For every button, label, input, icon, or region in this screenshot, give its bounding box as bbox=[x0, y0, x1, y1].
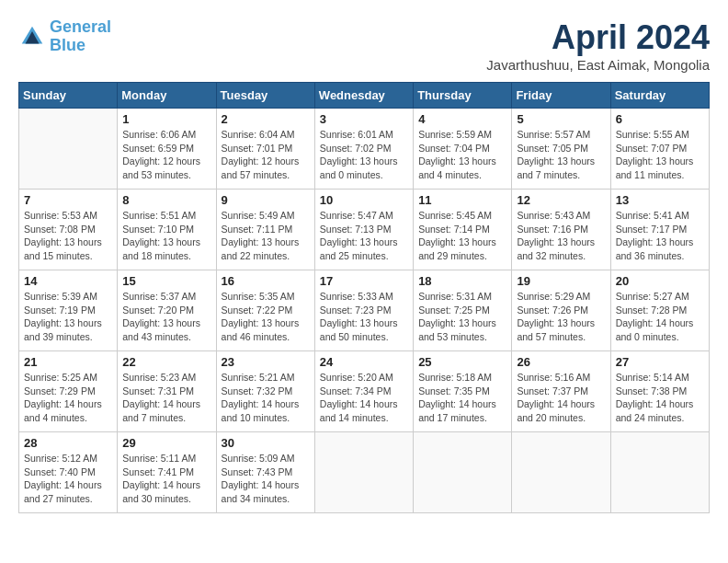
calendar-cell: 11Sunrise: 5:45 AM Sunset: 7:14 PM Dayli… bbox=[414, 190, 512, 270]
day-info: Sunrise: 5:49 AM Sunset: 7:11 PM Dayligh… bbox=[222, 209, 310, 263]
day-info: Sunrise: 5:21 AM Sunset: 7:32 PM Dayligh… bbox=[222, 371, 310, 425]
calendar-cell: 5Sunrise: 5:57 AM Sunset: 7:05 PM Daylig… bbox=[512, 109, 610, 190]
day-number: 30 bbox=[222, 436, 310, 450]
day-number: 16 bbox=[222, 274, 310, 288]
day-number: 14 bbox=[24, 274, 112, 288]
calendar-cell: 12Sunrise: 5:43 AM Sunset: 7:16 PM Dayli… bbox=[512, 190, 610, 270]
day-info: Sunrise: 5:51 AM Sunset: 7:10 PM Dayligh… bbox=[122, 209, 210, 263]
day-number: 19 bbox=[517, 274, 605, 288]
calendar-cell: 23Sunrise: 5:21 AM Sunset: 7:32 PM Dayli… bbox=[216, 351, 314, 432]
day-info: Sunrise: 5:37 AM Sunset: 7:20 PM Dayligh… bbox=[122, 290, 210, 344]
calendar-cell: 22Sunrise: 5:23 AM Sunset: 7:31 PM Dayli… bbox=[118, 351, 216, 432]
day-info: Sunrise: 5:31 AM Sunset: 7:25 PM Dayligh… bbox=[418, 290, 506, 344]
calendar-week-row: 28Sunrise: 5:12 AM Sunset: 7:40 PM Dayli… bbox=[19, 432, 710, 513]
day-info: Sunrise: 5:12 AM Sunset: 7:40 PM Dayligh… bbox=[24, 452, 112, 506]
day-info: Sunrise: 5:09 AM Sunset: 7:43 PM Dayligh… bbox=[222, 452, 310, 506]
location: Javarthushuu, East Aimak, Mongolia bbox=[486, 57, 710, 73]
day-info: Sunrise: 5:16 AM Sunset: 7:37 PM Dayligh… bbox=[517, 371, 605, 425]
day-info: Sunrise: 5:53 AM Sunset: 7:08 PM Dayligh… bbox=[24, 209, 112, 263]
page-header: General Blue April 2024 Javarthushuu, Ea… bbox=[18, 18, 710, 73]
logo-icon bbox=[18, 23, 46, 51]
calendar-cell: 20Sunrise: 5:27 AM Sunset: 7:28 PM Dayli… bbox=[610, 270, 709, 351]
title-area: April 2024 Javarthushuu, East Aimak, Mon… bbox=[486, 18, 710, 73]
day-number: 6 bbox=[616, 112, 704, 126]
day-number: 17 bbox=[320, 274, 408, 288]
day-number: 23 bbox=[222, 355, 310, 369]
calendar-week-row: 14Sunrise: 5:39 AM Sunset: 7:19 PM Dayli… bbox=[19, 270, 710, 351]
day-info: Sunrise: 6:06 AM Sunset: 6:59 PM Dayligh… bbox=[122, 128, 210, 182]
day-info: Sunrise: 6:01 AM Sunset: 7:02 PM Dayligh… bbox=[320, 128, 408, 182]
calendar-day-header: Sunday bbox=[19, 83, 118, 109]
day-info: Sunrise: 5:33 AM Sunset: 7:23 PM Dayligh… bbox=[320, 290, 408, 344]
calendar-cell bbox=[414, 432, 512, 513]
calendar-cell: 17Sunrise: 5:33 AM Sunset: 7:23 PM Dayli… bbox=[314, 270, 413, 351]
calendar-cell: 15Sunrise: 5:37 AM Sunset: 7:20 PM Dayli… bbox=[118, 270, 216, 351]
day-info: Sunrise: 5:20 AM Sunset: 7:34 PM Dayligh… bbox=[320, 371, 408, 425]
day-info: Sunrise: 5:59 AM Sunset: 7:04 PM Dayligh… bbox=[418, 128, 506, 182]
calendar-cell bbox=[512, 432, 610, 513]
calendar-cell bbox=[314, 432, 413, 513]
calendar-cell bbox=[19, 109, 118, 190]
day-number: 20 bbox=[616, 274, 704, 288]
calendar-day-header: Friday bbox=[512, 83, 610, 109]
calendar-cell: 25Sunrise: 5:18 AM Sunset: 7:35 PM Dayli… bbox=[414, 351, 512, 432]
day-info: Sunrise: 5:47 AM Sunset: 7:13 PM Dayligh… bbox=[320, 209, 408, 263]
calendar-cell: 7Sunrise: 5:53 AM Sunset: 7:08 PM Daylig… bbox=[19, 190, 118, 270]
calendar-cell: 9Sunrise: 5:49 AM Sunset: 7:11 PM Daylig… bbox=[216, 190, 314, 270]
day-number: 27 bbox=[616, 355, 704, 369]
calendar-header-row: SundayMondayTuesdayWednesdayThursdayFrid… bbox=[19, 83, 710, 109]
calendar-cell: 28Sunrise: 5:12 AM Sunset: 7:40 PM Dayli… bbox=[19, 432, 118, 513]
day-number: 13 bbox=[616, 193, 704, 207]
day-info: Sunrise: 5:11 AM Sunset: 7:41 PM Dayligh… bbox=[122, 452, 210, 506]
day-info: Sunrise: 5:57 AM Sunset: 7:05 PM Dayligh… bbox=[517, 128, 605, 182]
day-number: 28 bbox=[24, 436, 112, 450]
calendar-cell: 6Sunrise: 5:55 AM Sunset: 7:07 PM Daylig… bbox=[610, 109, 709, 190]
day-number: 25 bbox=[418, 355, 506, 369]
month-title: April 2024 bbox=[486, 18, 710, 57]
calendar-day-header: Saturday bbox=[610, 83, 709, 109]
calendar-cell: 21Sunrise: 5:25 AM Sunset: 7:29 PM Dayli… bbox=[19, 351, 118, 432]
calendar-cell: 4Sunrise: 5:59 AM Sunset: 7:04 PM Daylig… bbox=[414, 109, 512, 190]
calendar-cell: 1Sunrise: 6:06 AM Sunset: 6:59 PM Daylig… bbox=[118, 109, 216, 190]
calendar-cell: 18Sunrise: 5:31 AM Sunset: 7:25 PM Dayli… bbox=[414, 270, 512, 351]
logo-text: General Blue bbox=[50, 18, 111, 55]
calendar-day-header: Tuesday bbox=[216, 83, 314, 109]
day-info: Sunrise: 5:39 AM Sunset: 7:19 PM Dayligh… bbox=[24, 290, 112, 344]
day-info: Sunrise: 5:41 AM Sunset: 7:17 PM Dayligh… bbox=[616, 209, 704, 263]
calendar-cell: 26Sunrise: 5:16 AM Sunset: 7:37 PM Dayli… bbox=[512, 351, 610, 432]
day-number: 29 bbox=[122, 436, 210, 450]
calendar-cell: 2Sunrise: 6:04 AM Sunset: 7:01 PM Daylig… bbox=[216, 109, 314, 190]
calendar-cell: 30Sunrise: 5:09 AM Sunset: 7:43 PM Dayli… bbox=[216, 432, 314, 513]
day-number: 26 bbox=[517, 355, 605, 369]
calendar-week-row: 7Sunrise: 5:53 AM Sunset: 7:08 PM Daylig… bbox=[19, 190, 710, 270]
day-info: Sunrise: 5:23 AM Sunset: 7:31 PM Dayligh… bbox=[122, 371, 210, 425]
day-number: 10 bbox=[320, 193, 408, 207]
calendar-cell: 10Sunrise: 5:47 AM Sunset: 7:13 PM Dayli… bbox=[314, 190, 413, 270]
day-info: Sunrise: 5:43 AM Sunset: 7:16 PM Dayligh… bbox=[517, 209, 605, 263]
day-info: Sunrise: 5:18 AM Sunset: 7:35 PM Dayligh… bbox=[418, 371, 506, 425]
day-info: Sunrise: 5:27 AM Sunset: 7:28 PM Dayligh… bbox=[616, 290, 704, 344]
day-number: 21 bbox=[24, 355, 112, 369]
calendar-day-header: Thursday bbox=[414, 83, 512, 109]
day-info: Sunrise: 5:29 AM Sunset: 7:26 PM Dayligh… bbox=[517, 290, 605, 344]
calendar-week-row: 21Sunrise: 5:25 AM Sunset: 7:29 PM Dayli… bbox=[19, 351, 710, 432]
calendar-cell: 27Sunrise: 5:14 AM Sunset: 7:38 PM Dayli… bbox=[610, 351, 709, 432]
calendar-cell: 19Sunrise: 5:29 AM Sunset: 7:26 PM Dayli… bbox=[512, 270, 610, 351]
day-number: 5 bbox=[517, 112, 605, 126]
day-info: Sunrise: 5:14 AM Sunset: 7:38 PM Dayligh… bbox=[616, 371, 704, 425]
calendar-cell: 16Sunrise: 5:35 AM Sunset: 7:22 PM Dayli… bbox=[216, 270, 314, 351]
calendar-cell: 3Sunrise: 6:01 AM Sunset: 7:02 PM Daylig… bbox=[314, 109, 413, 190]
day-number: 11 bbox=[418, 193, 506, 207]
calendar-day-header: Wednesday bbox=[314, 83, 413, 109]
calendar-day-header: Monday bbox=[118, 83, 216, 109]
calendar-cell: 8Sunrise: 5:51 AM Sunset: 7:10 PM Daylig… bbox=[118, 190, 216, 270]
day-number: 12 bbox=[517, 193, 605, 207]
day-number: 18 bbox=[418, 274, 506, 288]
day-number: 2 bbox=[222, 112, 310, 126]
calendar-cell: 24Sunrise: 5:20 AM Sunset: 7:34 PM Dayli… bbox=[314, 351, 413, 432]
day-number: 3 bbox=[320, 112, 408, 126]
calendar-cell bbox=[610, 432, 709, 513]
day-number: 7 bbox=[24, 193, 112, 207]
day-number: 24 bbox=[320, 355, 408, 369]
day-number: 1 bbox=[122, 112, 210, 126]
